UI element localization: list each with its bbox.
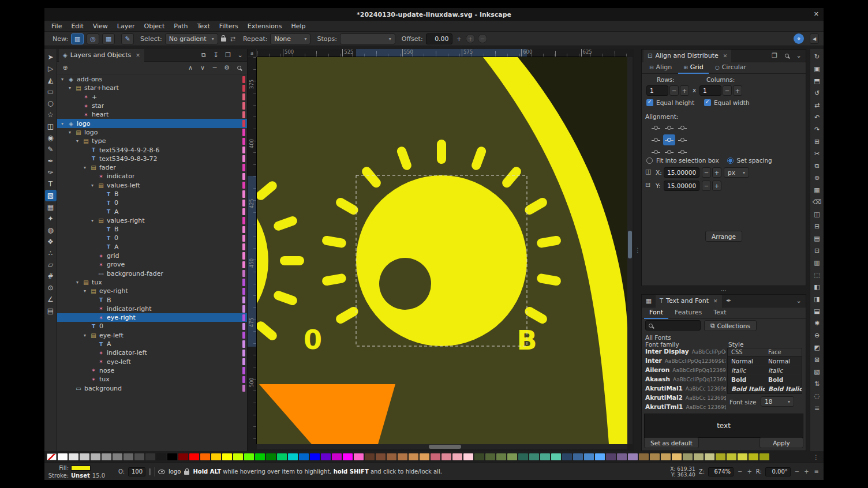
palette-swatch[interactable] bbox=[518, 453, 528, 460]
layer-color-strip[interactable] bbox=[242, 288, 245, 295]
palette-swatch[interactable] bbox=[255, 453, 265, 460]
menu-path[interactable]: Path bbox=[169, 22, 192, 30]
ruler-corner[interactable]: a bbox=[248, 49, 257, 57]
search-icon[interactable] bbox=[234, 63, 244, 73]
layer-color-strip[interactable] bbox=[242, 93, 245, 100]
palette-swatch[interactable] bbox=[463, 453, 473, 460]
layer-row[interactable]: ▾◈add-ons bbox=[57, 75, 247, 84]
style-row[interactable]: BoldBold bbox=[728, 375, 802, 384]
snap-icon-4[interactable]: ⇄ bbox=[811, 99, 823, 111]
style-row[interactable]: NormalNormal bbox=[728, 356, 802, 366]
align-anchor-6[interactable] bbox=[650, 147, 662, 157]
add-layer-icon[interactable]: ⊕ bbox=[60, 63, 70, 73]
horizontal-ruler[interactable]: 500525550575600625 bbox=[257, 49, 627, 57]
snap-icon-11[interactable]: ▦ bbox=[811, 184, 823, 196]
palette-swatch[interactable] bbox=[694, 453, 704, 460]
palette-swatch[interactable] bbox=[167, 453, 177, 460]
snap-icon-25[interactable]: ⊠ bbox=[811, 354, 823, 366]
layer-row[interactable]: ▭background bbox=[57, 384, 247, 392]
palette-swatch[interactable] bbox=[58, 453, 68, 460]
fill-swatch[interactable] bbox=[71, 466, 91, 471]
pages-tool-icon[interactable]: ▤ bbox=[45, 305, 57, 317]
palette-swatch[interactable] bbox=[474, 453, 484, 460]
palette-swatch[interactable] bbox=[343, 453, 353, 460]
palette-swatch[interactable] bbox=[496, 453, 506, 460]
menu-filters[interactable]: Filters bbox=[215, 22, 243, 30]
palette-swatch[interactable] bbox=[156, 453, 166, 460]
layer-row[interactable]: ▾▤values-left bbox=[57, 181, 247, 190]
palette-swatch[interactable] bbox=[551, 453, 561, 460]
snap-icon-17[interactable]: ▥ bbox=[811, 257, 823, 269]
calligraphy-tool-icon[interactable]: ✑ bbox=[45, 167, 57, 178]
palette-swatch[interactable] bbox=[540, 453, 550, 460]
offset-plus-icon[interactable]: + bbox=[455, 35, 463, 43]
align-anchor-8[interactable] bbox=[676, 147, 689, 157]
layer-row[interactable]: ✶grove bbox=[57, 260, 247, 269]
palette-swatch[interactable] bbox=[683, 453, 693, 460]
vertical-scrollbar[interactable] bbox=[627, 57, 633, 444]
palette-swatch[interactable] bbox=[310, 453, 320, 460]
layer-row[interactable]: T0 bbox=[57, 198, 247, 207]
spacing-x-entry[interactable]: 15.00000 bbox=[664, 167, 699, 178]
palette-swatch[interactable] bbox=[420, 453, 429, 460]
star-tool-icon[interactable]: ☆ bbox=[45, 109, 57, 121]
rotation-plus-icon[interactable]: + bbox=[803, 468, 809, 475]
palette-swatch[interactable] bbox=[452, 453, 462, 460]
align-anchor-2[interactable] bbox=[676, 122, 689, 133]
tab-font[interactable]: Font bbox=[644, 307, 668, 319]
layer-color-strip[interactable] bbox=[242, 261, 245, 268]
palette-swatch[interactable] bbox=[266, 453, 276, 460]
tab-align[interactable]: ⊟Align bbox=[644, 62, 677, 74]
snap-icon-3[interactable]: ↺ bbox=[811, 87, 823, 99]
opacity-slider[interactable] bbox=[149, 468, 151, 475]
palette-swatch[interactable] bbox=[178, 453, 188, 460]
snap-icon-14[interactable]: ⊟ bbox=[811, 220, 823, 232]
palette-swatch[interactable] bbox=[442, 453, 451, 460]
font-row[interactable]: AkrutiMal2AaBbCc 12369$€?() bbox=[643, 394, 726, 403]
rotation-minus-icon[interactable]: − bbox=[794, 468, 800, 475]
layer-row[interactable]: ✶star bbox=[57, 102, 247, 110]
set-default-button[interactable]: Set as default bbox=[644, 437, 699, 448]
layer-row[interactable]: ✶heart bbox=[57, 110, 247, 119]
font-row[interactable]: AkaashAaBbCcIiPpQq12369$€?;() bbox=[643, 376, 726, 385]
palette-swatch[interactable] bbox=[69, 453, 78, 460]
duplicate-dialog-icon[interactable]: ⧉ bbox=[199, 50, 209, 61]
collections-button[interactable]: ⧉Collections bbox=[704, 320, 757, 331]
palette-swatch[interactable] bbox=[102, 453, 111, 460]
layer-row[interactable]: ▾▤tux bbox=[57, 278, 247, 287]
shape-builder-tool-icon[interactable]: ◭ bbox=[45, 74, 57, 86]
snap-icon-23[interactable]: ⊖ bbox=[811, 329, 823, 341]
layer-color-strip[interactable] bbox=[242, 182, 245, 189]
zoom-minus-icon[interactable]: − bbox=[737, 468, 743, 475]
close-tab-icon[interactable]: ✕ bbox=[723, 53, 728, 59]
layer-color-strip[interactable] bbox=[242, 323, 245, 330]
canvas-label-b[interactable]: B bbox=[517, 325, 537, 356]
float-dialog-icon[interactable]: ❐ bbox=[223, 50, 233, 61]
snap-icon-26[interactable]: ▧ bbox=[811, 366, 823, 378]
palette-swatch[interactable] bbox=[189, 453, 199, 460]
delete-stop-button[interactable]: − bbox=[478, 34, 487, 43]
palette-swatch[interactable] bbox=[749, 453, 758, 460]
snap-icon-13[interactable]: ◫ bbox=[811, 208, 823, 220]
stops-select[interactable]: ▾ bbox=[340, 33, 395, 44]
palette-swatch[interactable] bbox=[485, 453, 495, 460]
rows-plus-button[interactable]: + bbox=[680, 85, 689, 96]
box-3d-tool-icon[interactable]: ◫ bbox=[45, 121, 57, 132]
menu-object[interactable]: Object bbox=[140, 22, 170, 30]
statusbar-menu-icon[interactable]: ≡ bbox=[813, 468, 820, 475]
palette-swatch[interactable] bbox=[47, 453, 57, 460]
snap-icon-27[interactable]: ⇅ bbox=[811, 378, 823, 390]
expander-icon[interactable]: ▾ bbox=[89, 218, 95, 223]
spray-tool-icon[interactable]: ∴ bbox=[45, 247, 57, 259]
snap-icon-6[interactable]: ↷ bbox=[811, 123, 823, 136]
snap-icon-5[interactable]: ↶ bbox=[811, 111, 823, 123]
lower-layer-icon[interactable]: ∨ bbox=[197, 63, 208, 73]
palette-swatch[interactable] bbox=[661, 453, 671, 460]
layer-row[interactable]: T0 bbox=[57, 234, 247, 242]
fit-selection-radio[interactable] bbox=[646, 157, 653, 164]
menu-edit[interactable]: Edit bbox=[66, 22, 88, 30]
align-anchor-3[interactable] bbox=[650, 134, 662, 145]
palette-swatch[interactable] bbox=[738, 453, 747, 460]
palette-swatch[interactable] bbox=[573, 453, 583, 460]
chevron-down-icon[interactable]: ⌄ bbox=[235, 50, 245, 61]
